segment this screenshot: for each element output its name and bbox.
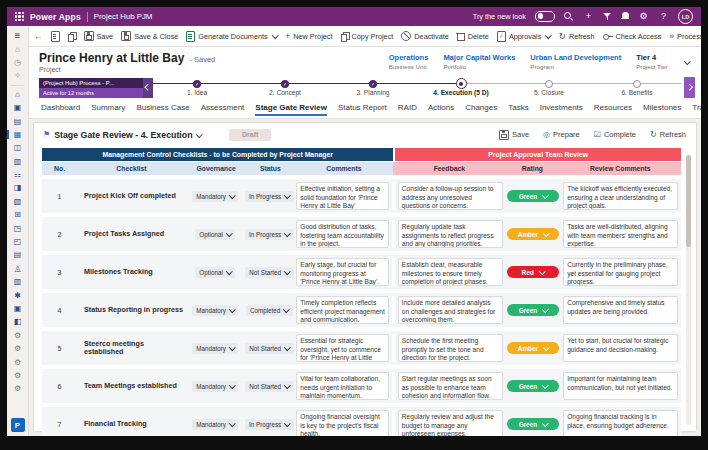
status-dropdown[interactable]: Completed [246, 305, 293, 316]
filter-icon[interactable] [603, 13, 612, 21]
tab-actions[interactable]: Actions [428, 100, 454, 116]
tab-transactions[interactable]: Transactions [692, 100, 701, 116]
sidebar-item-settings-5[interactable]: ⚙ [7, 382, 28, 395]
command-new-project[interactable]: +New Project [285, 32, 332, 41]
rating-dropdown[interactable]: Amber [507, 228, 559, 240]
comments-textarea[interactable]: Vital for team collaboration, needs urge… [296, 372, 389, 400]
sidebar-item-tables[interactable]: ⊞ [7, 208, 28, 221]
open-record-button[interactable] [68, 32, 76, 41]
scrollbar-thumb[interactable] [686, 155, 691, 247]
command-refresh[interactable]: ↻Refresh [559, 32, 595, 41]
process-chip[interactable]: (Project Hub) Process - P... Active for … [39, 78, 143, 98]
tab-investments[interactable]: Investments [540, 100, 583, 116]
tab-stage-gate-review[interactable]: Stage Gate Review [255, 100, 327, 116]
governance-dropdown[interactable]: Mandatory [192, 191, 238, 202]
rating-dropdown[interactable]: Red [507, 266, 559, 278]
rating-dropdown[interactable]: Amber [507, 342, 559, 354]
comments-textarea[interactable]: Timely completion reflects efficient pro… [296, 296, 389, 324]
governance-dropdown[interactable]: Mandatory [192, 381, 238, 392]
governance-dropdown[interactable]: Mandatory [192, 419, 238, 430]
sidebar-item-programs[interactable]: ◰ [7, 235, 28, 248]
record-form-button[interactable] [51, 31, 60, 42]
command-save-close[interactable]: Save & Close [121, 31, 178, 41]
sidebar-item-projects[interactable]: ⌂ [7, 88, 28, 101]
avatar[interactable]: LD [678, 9, 693, 24]
sidebar-item-settings-1[interactable]: ⚙ [7, 329, 28, 342]
bpf-stage-6[interactable]: 6. Benefits [593, 78, 681, 97]
waffle-menu-icon[interactable] [15, 12, 24, 21]
review-comments-textarea[interactable]: Tasks are well-distributed, aligning wit… [563, 220, 678, 248]
sidebar-item-recent[interactable]: ◷ [7, 56, 28, 69]
new-look-toggle[interactable] [535, 11, 555, 22]
sidebar-item-settings-2[interactable]: ⚙ [7, 342, 28, 355]
command-approvals[interactable]: Approvals [497, 31, 551, 42]
chevron-down-icon[interactable] [684, 58, 690, 64]
rating-dropdown[interactable]: Green [507, 304, 559, 316]
sidebar-item-tasks[interactable]: ⚏ [7, 168, 28, 181]
header-field-program[interactable]: Urban Land DevelopmentProgram [530, 53, 621, 70]
feedback-textarea[interactable]: Start regular meetings as soon as possib… [398, 372, 503, 400]
command-process[interactable]: »Process [669, 32, 701, 41]
review-comments-textarea[interactable]: Important for maintaining team communica… [563, 372, 678, 400]
bpf-stage-1[interactable]: ✓1. Idea [153, 78, 241, 97]
bpf-stage-3[interactable]: ✓3. Planning [329, 78, 417, 97]
next-stage-button[interactable] [684, 77, 695, 98]
header-field-portfolio[interactable]: Major Capital WorksPortfolio [443, 53, 515, 70]
rating-dropdown[interactable]: Green [507, 190, 559, 202]
governance-dropdown[interactable]: Optional [195, 229, 235, 240]
feedback-textarea[interactable]: Regularly update task assignments to ref… [398, 220, 503, 248]
save-button[interactable]: Save [499, 130, 529, 140]
tab-milestones[interactable]: Milestones [643, 100, 681, 116]
status-dropdown[interactable]: In Progress [245, 229, 294, 240]
header-field-business-unit[interactable]: OperationsBusiness Unit [389, 53, 429, 70]
command-copy-project[interactable]: Copy Project [341, 32, 394, 41]
process-collapse-button[interactable] [143, 78, 153, 98]
sidebar-item-documents[interactable]: ▥ [7, 275, 28, 288]
search-icon[interactable] [564, 12, 574, 22]
governance-dropdown[interactable]: Optional [195, 267, 235, 278]
command-check-access[interactable]: Check Access [603, 32, 662, 41]
comments-textarea[interactable]: Effective initiation, setting a solid fo… [296, 182, 389, 210]
tab-tasks[interactable]: Tasks [508, 100, 528, 116]
complete-button[interactable]: ☑Complete [594, 130, 636, 139]
sidebar-item-insights[interactable]: ✱ [7, 288, 28, 301]
feedback-textarea[interactable]: Include more detailed analysis on challe… [398, 296, 503, 324]
comments-textarea[interactable]: Ongoing financial oversight is key to th… [296, 410, 389, 436]
quick-create-icon[interactable]: + [583, 12, 594, 21]
review-comments-textarea[interactable]: Yet to start, but crucial for strategic … [563, 334, 678, 362]
app-badge[interactable]: P [11, 418, 25, 432]
help-icon[interactable]: ? [658, 12, 669, 21]
sidebar-item-connections[interactable]: ◬ [7, 262, 28, 275]
review-comments-textarea[interactable]: Ongoing financial tracking is in place, … [563, 410, 678, 436]
review-comments-textarea[interactable]: Currently in the preliminary phase, yet … [563, 258, 678, 286]
review-comments-textarea[interactable]: Comprehensive and timely status updates … [563, 296, 678, 324]
tab-resources[interactable]: Resources [594, 100, 632, 116]
status-dropdown[interactable]: In Progress [245, 191, 294, 202]
back-button[interactable]: ← [34, 32, 43, 41]
comments-textarea[interactable]: Essential for strategic oversight, yet t… [296, 334, 389, 362]
tab-status-report[interactable]: Status Report [338, 100, 387, 116]
command-deactivate[interactable]: Deactivate [401, 31, 448, 41]
table-scrollbar[interactable] [686, 155, 691, 425]
prepare-button[interactable]: ◎Prepare [543, 130, 580, 139]
sidebar-item-calendar[interactable]: ▥ [7, 155, 28, 168]
command-generate-documents[interactable]: Generate Documents [186, 31, 277, 42]
governance-dropdown[interactable]: Mandatory [192, 305, 238, 316]
status-dropdown[interactable]: In Progress [245, 419, 294, 430]
tab-assessment[interactable]: Assessment [201, 100, 245, 116]
feedback-textarea[interactable]: Regularly review and adjust the budget t… [398, 410, 503, 436]
sidebar-item-stage-gates[interactable]: ▦ [7, 128, 28, 141]
sidebar-item-charts[interactable]: ◳ [7, 221, 28, 234]
sidebar-item-briefcase[interactable]: ▤ [7, 248, 28, 261]
bpf-stage-4[interactable]: 4. Execution (5 D) [417, 78, 505, 97]
command-save[interactable]: Save [84, 31, 114, 41]
status-dropdown[interactable]: Not Started [245, 381, 293, 392]
sidebar-item-boards[interactable]: ▤ [7, 114, 28, 127]
tab-raid[interactable]: RAID [398, 100, 417, 116]
sidebar-item-settings-3[interactable]: ⚙ [7, 355, 28, 368]
gear-icon[interactable]: ⚙ [638, 12, 649, 21]
governance-dropdown[interactable]: Mandatory [192, 343, 238, 354]
status-dropdown[interactable]: Not Started [245, 343, 293, 354]
sidebar-item-reports[interactable]: ◨ [7, 181, 28, 194]
command-delete[interactable]: Delete [457, 32, 489, 41]
